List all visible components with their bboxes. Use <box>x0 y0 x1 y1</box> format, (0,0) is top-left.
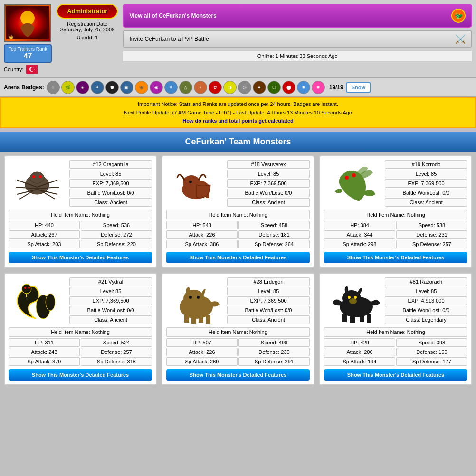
held-item-0: Held Item Name: Nothing <box>9 210 152 219</box>
badge-5: ▣ <box>120 81 133 94</box>
admin-badge: Administrator <box>57 4 118 19</box>
sword-icon: ⚔️ <box>455 34 466 44</box>
reg-date-value: Saturday, July 25, 2009 <box>60 27 114 32</box>
pvp-button[interactable]: Invite CeFurkan to a PvP Battle ⚔️ <box>123 30 472 48</box>
monster-battle-3: Battle Won/Lost: 0/0 <box>69 306 152 314</box>
hp-5: HP: 429 <box>324 338 395 347</box>
user-id-value: 1 <box>95 35 98 40</box>
monster-card: #28 Erdegon Level: 85 EXP: 7,369,500 Bat… <box>162 273 314 385</box>
svg-rect-41 <box>191 315 196 324</box>
profile-middle: Administrator Registration Date Saturday… <box>57 4 118 40</box>
hp-2: HP: 384 <box>324 221 395 229</box>
held-item-3: Held Item Name: Nothing <box>9 327 152 337</box>
held-item-5: Held Item Name: Nothing <box>324 327 467 337</box>
attack-5: Attack: 206 <box>324 348 395 356</box>
speed-4: Speed: 498 <box>238 338 310 347</box>
monster-info-3: #21 Vydral Level: 85 EXP: 7,369,500 Batt… <box>69 277 152 324</box>
svg-rect-24 <box>187 187 190 197</box>
defense-3: Defense: 257 <box>81 348 152 356</box>
svg-text:👑: 👑 <box>9 35 13 39</box>
defense-5: Defense: 199 <box>396 348 467 356</box>
speed-0: Speed: 536 <box>81 221 152 229</box>
badge-16: ⬤ <box>282 81 295 94</box>
detail-button-4[interactable]: Show This Monster's Detailed Features <box>166 369 310 381</box>
monster-level-5: Level: 85 <box>385 287 467 295</box>
sp-attack-5: Sp Attack: 194 <box>324 357 395 366</box>
monster-class-2: Class: Ancient <box>385 198 467 207</box>
svg-point-30 <box>22 284 31 294</box>
badge-1: 🌿 <box>61 81 75 94</box>
monster-battle-5: Battle Won/Lost: 0/0 <box>385 306 467 314</box>
monster-card: #19 Korrodo Level: 85 EXP: 7,369,500 Bat… <box>319 155 472 268</box>
monster-battle-4: Battle Won/Lost: 0/0 <box>227 306 310 314</box>
detail-button-1[interactable]: Show This Monster's Detailed Features <box>166 252 310 263</box>
monster-exp-1: EXP: 7,369,500 <box>227 179 310 188</box>
monster-card: #81 Razorach Level: 85 EXP: 4,913,000 Ba… <box>319 273 472 385</box>
badge-13: ◎ <box>238 81 251 94</box>
arena-label: Arena Badges: <box>4 84 44 91</box>
view-monsters-button[interactable]: View all of CeFurkan's Monsters 🐲 <box>123 4 472 28</box>
profile-right: View all of CeFurkan's Monsters 🐲 Invite… <box>123 4 472 62</box>
badge-count: 19/19 <box>329 84 343 91</box>
svg-point-23 <box>189 181 192 183</box>
monster-image-5 <box>324 277 381 325</box>
detail-button-0[interactable]: Show This Monster's Detailed Features <box>9 252 152 263</box>
detail-button-2[interactable]: Show This Monster's Detailed Features <box>324 252 467 263</box>
svg-rect-50 <box>360 314 364 322</box>
sp-attack-4: Sp Attack: 269 <box>166 357 238 366</box>
sp-defense-2: Sp Defense: 257 <box>396 240 467 248</box>
monster-battle-2: Battle Won/Lost: 0/0 <box>385 189 467 197</box>
detail-button-3[interactable]: Show This Monster's Detailed Features <box>9 369 152 381</box>
monster-class-1: Class: Ancient <box>227 198 310 207</box>
how-link[interactable]: How do ranks and total points get calcul… <box>5 117 471 125</box>
online-status: Online: 1 Minutes 33 Seconds Ago <box>123 50 472 62</box>
monster-exp-0: EXP: 7,369,500 <box>69 179 152 188</box>
rank-badge: Top Trainers Rank 47 <box>4 44 52 63</box>
badge-6: 🦋 <box>135 81 148 94</box>
user-id-label: UserId: <box>76 35 93 40</box>
sp-defense-5: Sp Defense: 177 <box>396 357 467 366</box>
defense-2: Defense: 231 <box>396 230 467 239</box>
detail-button-5[interactable]: Show This Monster's Detailed Features <box>324 369 467 381</box>
badge-17: ✸ <box>297 81 310 94</box>
badge-14: ● <box>253 81 266 94</box>
monster-class-3: Class: Ancient <box>69 315 152 324</box>
svg-rect-43 <box>206 315 210 324</box>
svg-text:🐲: 🐲 <box>455 12 463 20</box>
monster-exp-5: EXP: 4,913,000 <box>385 296 467 305</box>
monster-id-5: #81 Razorach <box>385 277 467 286</box>
top-section: 👑 Top Trainers Rank 47 Country: Administ… <box>0 0 476 77</box>
defense-4: Defense: 230 <box>238 348 310 356</box>
sp-attack-0: Sp Attack: 203 <box>9 240 80 248</box>
svg-rect-42 <box>199 314 203 323</box>
svg-rect-49 <box>350 314 355 323</box>
monster-card: #18 Vesuverex Level: 85 EXP: 7,369,500 B… <box>162 155 314 268</box>
svg-rect-40 <box>184 314 189 323</box>
badge-0: ○ <box>47 81 60 94</box>
badge-15: ⬡ <box>267 81 281 94</box>
speed-3: Speed: 524 <box>81 338 152 347</box>
defense-0: Defense: 272 <box>81 230 152 239</box>
user-id: UserId: 1 <box>76 35 98 40</box>
notice-line2: Next Profile Update: (7 AM Game Time - U… <box>5 109 471 117</box>
stats-grid-0: HP: 440 Speed: 536 Attack: 267 Defense: … <box>9 221 152 248</box>
attack-2: Attack: 344 <box>324 230 395 239</box>
monster-icon: 🐲 <box>451 9 466 23</box>
svg-point-39 <box>197 296 200 299</box>
svg-point-35 <box>46 294 55 311</box>
stats-grid-5: HP: 429 Speed: 398 Attack: 206 Defense: … <box>324 338 467 366</box>
sp-defense-0: Sp Defense: 220 <box>81 240 152 248</box>
monster-image-2 <box>324 160 381 208</box>
svg-point-10 <box>30 172 44 183</box>
monster-battle-0: Battle Won/Lost: 0/0 <box>69 189 152 197</box>
monster-battle-1: Battle Won/Lost: 0/0 <box>227 189 310 197</box>
svg-point-38 <box>189 296 192 299</box>
reg-date-label: Registration Date <box>60 21 114 27</box>
show-badges-button[interactable]: Show <box>346 82 371 93</box>
svg-point-52 <box>349 298 357 304</box>
badge-2: ◈ <box>76 81 89 94</box>
svg-point-46 <box>348 296 351 299</box>
badge-4: ⬟ <box>105 81 119 94</box>
badge-18: ✺ <box>312 81 325 94</box>
stats-grid-3: HP: 311 Speed: 524 Attack: 243 Defense: … <box>9 338 152 366</box>
